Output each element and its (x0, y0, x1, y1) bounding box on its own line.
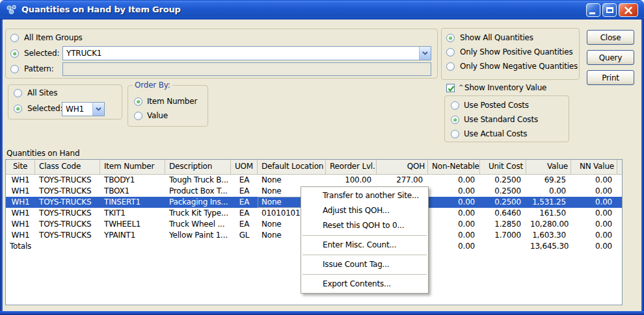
column-header-site[interactable]: Site (6, 160, 35, 174)
menu-item-adjust-this-qoh[interactable]: Adjust this QOH... (301, 203, 428, 218)
cell-item-number: TWHEEL1 (100, 219, 165, 230)
cell-non-netable: 0.00 (428, 219, 480, 230)
only-positive-quantities-radio[interactable] (446, 48, 455, 57)
use-actual-costs-label: Use Actual Costs (464, 129, 527, 138)
only-negative-quantities-radio[interactable] (446, 62, 455, 71)
cell-nn-value: 0.00 (571, 208, 617, 219)
use-actual-costs-radio[interactable] (451, 130, 459, 138)
site-selected-label: Selected: (27, 104, 62, 113)
site-combo-value: WH1 (62, 103, 92, 116)
cell-nn-value: 0.00 (571, 230, 617, 241)
cell-uom: EA (231, 197, 258, 208)
column-header-reorder-lvl[interactable]: Reorder Lvl. (326, 160, 377, 174)
column-header-description[interactable]: Description (165, 160, 231, 174)
show-inventory-value-checkbox[interactable] (446, 84, 455, 92)
order-by-item-number-radio[interactable] (134, 97, 142, 106)
table-caption: Quantities on Hand (7, 149, 79, 158)
query-button[interactable]: Query (587, 50, 634, 65)
all-sites-radio[interactable] (14, 89, 22, 97)
cell-uom: GL (231, 230, 258, 241)
pattern-input[interactable] (62, 62, 431, 76)
menu-item-issue-count-tag[interactable]: Issue Count Tag... (301, 257, 428, 272)
context-menu: Transfer to another Site...Adjust this Q… (301, 186, 429, 294)
chevron-down-icon[interactable] (419, 47, 431, 60)
cell-default-location: None (258, 175, 326, 186)
maximize-icon (606, 7, 613, 13)
column-header-non-netable[interactable]: Non-Netable (428, 160, 480, 174)
cell-site: WH1 (6, 230, 35, 241)
cell-description: Tough Truck B... (165, 175, 231, 186)
cell-non-netable: 0.00 (428, 186, 480, 197)
cell-site: WH1 (6, 197, 35, 208)
cell-nn-value: 0.00 (571, 197, 617, 208)
order-by-item-number-label: Item Number (147, 97, 197, 106)
maximize-button[interactable] (602, 3, 617, 17)
site-combo[interactable]: WH1 (62, 102, 105, 116)
use-standard-costs-radio[interactable] (451, 116, 459, 124)
column-header-nn-value[interactable]: NN Value (571, 160, 617, 174)
pattern-radio[interactable] (10, 65, 19, 73)
cell-uom (231, 241, 258, 252)
item-group-selected-radio[interactable] (10, 49, 19, 58)
cell-description: Truck Wheel ... (165, 219, 231, 230)
close-window-button[interactable] (619, 3, 638, 17)
menu-separator (302, 235, 427, 236)
cell-uom: EA (231, 208, 258, 219)
column-header-class-code[interactable]: Class Code (35, 160, 100, 174)
cell-nn-value: 0.00 (571, 219, 617, 230)
show-all-quantities-label: Show All Quantities (460, 33, 533, 42)
chevron-down-icon[interactable] (92, 103, 104, 116)
menu-item-reset-this-qoh-to-0[interactable]: Reset this QOH to 0... (301, 218, 428, 233)
pattern-label: Pattern: (24, 64, 54, 73)
cell-non-netable: 0.00 (428, 230, 480, 241)
column-header-item-number[interactable]: Item Number (100, 160, 165, 174)
order-by-value-label: Value (147, 111, 168, 120)
cell-value: 13,645.30 (526, 241, 571, 252)
item-group-combo[interactable]: YTRUCK1 (62, 46, 431, 60)
window-frame-left (0, 19, 3, 315)
cell-value: 1,531.25 (526, 197, 571, 208)
cell-description: Truck Kit Type... (165, 208, 231, 219)
column-header-unit-cost[interactable]: Unit Cost (480, 160, 526, 174)
cell-site: WH1 (6, 175, 35, 186)
menu-item-export-contents[interactable]: Export Contents... (301, 277, 428, 292)
cell-site: WH1 (6, 219, 35, 230)
cell-unit-cost: 0.2500 (480, 186, 526, 197)
cell-class-code: TOYS-TRUCKS (35, 186, 100, 197)
table-row[interactable]: WH1TOYS-TRUCKSTBODY1Tough Truck B...EANo… (6, 175, 622, 186)
cell-item-number (100, 241, 165, 252)
column-header-uom[interactable]: UOM (231, 160, 258, 174)
use-posted-costs-radio[interactable] (451, 101, 459, 110)
minimize-button[interactable] (586, 3, 600, 17)
cell-unit-cost: 0.2500 (480, 197, 526, 208)
show-inventory-value-label: Show Inventory Value (464, 83, 546, 92)
column-header-default-location[interactable]: Default Location (258, 160, 326, 174)
menu-item-enter-misc-count[interactable]: Enter Misc. Count... (301, 238, 428, 253)
cell-description (165, 241, 231, 252)
cell-nn-value: 0.00 (571, 241, 617, 252)
cell-class-code: TOYS-TRUCKS (35, 230, 100, 241)
order-by-value-radio[interactable] (134, 112, 142, 120)
cell-site: WH1 (6, 186, 35, 197)
title-bar[interactable]: Quantities on Hand by Item Group (0, 0, 644, 19)
check-icon (447, 84, 455, 93)
cell-unit-cost: 1.7000 (480, 230, 526, 241)
window-frame-right (641, 19, 644, 315)
order-by-caption: Order By: (133, 81, 172, 90)
close-icon (624, 6, 632, 14)
column-header-qoh[interactable]: QOH (377, 160, 428, 174)
print-button[interactable]: Print (587, 70, 634, 85)
show-all-quantities-radio[interactable] (446, 34, 455, 42)
column-header-value[interactable]: Value (526, 160, 571, 174)
all-item-groups-radio[interactable] (10, 34, 19, 42)
cell-reorder-lvl: 100.00 (326, 175, 377, 186)
menu-item-transfer-to-another-site[interactable]: Transfer to another Site... (301, 188, 428, 203)
cell-class-code: TOYS-TRUCKS (35, 197, 100, 208)
cell-class-code: TOYS-TRUCKS (35, 208, 100, 219)
close-button[interactable]: Close (587, 30, 634, 45)
window-frame-bottom (0, 311, 644, 315)
cell-value: 161.50 (526, 208, 571, 219)
site-selected-radio[interactable] (14, 105, 22, 113)
item-group-selected-label: Selected: (24, 49, 59, 58)
cell-class-code (35, 241, 100, 252)
